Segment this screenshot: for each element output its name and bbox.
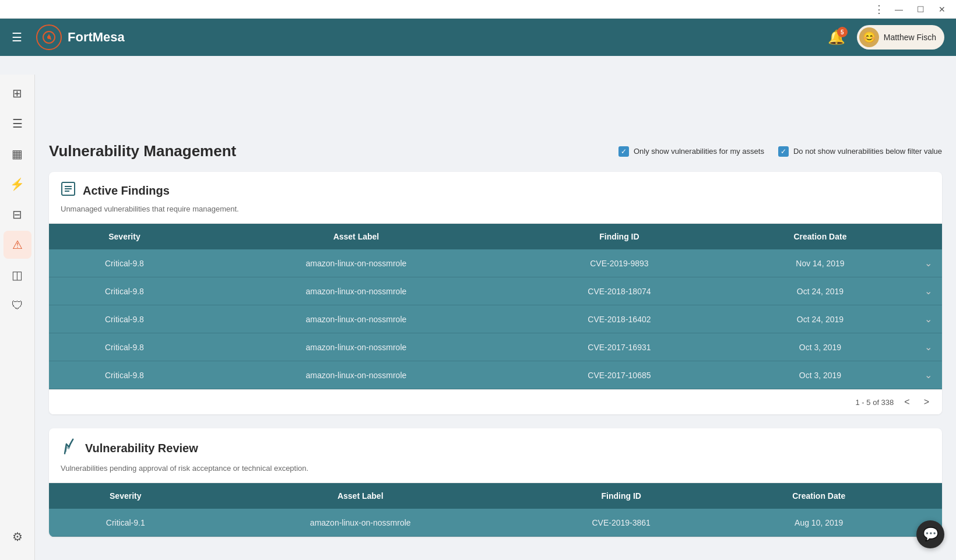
sidebar-item-table[interactable]: ▦ <box>3 140 31 168</box>
cell-finding-id: CVE-2017-16931 <box>512 333 726 361</box>
expand-button[interactable]: ⌄ <box>925 341 932 353</box>
table-row[interactable]: Critical-9.8 amazon-linux-on-nossmrole C… <box>49 249 942 277</box>
user-avatar: 😊 <box>859 27 879 47</box>
notification-badge: 5 <box>837 27 848 37</box>
col-asset-label: Asset Label <box>200 224 512 249</box>
cell-finding-id: CVE-2018-16402 <box>512 305 726 333</box>
vuln-review-body: Critical-9.1 amazon-linux-on-nossmrole C… <box>49 509 942 537</box>
filter-option-1[interactable]: ✓ Only show vulnerabilities for my asset… <box>618 146 764 157</box>
prev-page-button[interactable]: < <box>901 396 913 408</box>
svg-point-1 <box>48 36 50 38</box>
expand-button[interactable]: ⌄ <box>925 286 932 297</box>
vuln-review-title-row: Vulnerability Review <box>61 438 930 459</box>
col-expand <box>914 224 942 249</box>
vr-col-creation-date: Creation Date <box>723 483 914 509</box>
table-row[interactable]: Critical-9.1 amazon-linux-on-nossmrole C… <box>49 509 942 537</box>
logo-area: FortMesa <box>36 24 818 50</box>
main-content: Vulnerability Management ✓ Only show vul… <box>35 131 956 560</box>
cell-expand[interactable]: ⌄ <box>914 305 942 333</box>
cell-expand[interactable]: ⌄ <box>914 333 942 361</box>
active-findings-subtitle: Unmanaged vulnerabilities that require m… <box>61 205 239 213</box>
nav-right: 🔔 5 😊 Matthew Fisch <box>828 25 944 50</box>
sidebar-item-bolt[interactable]: ⚡ <box>3 170 31 198</box>
active-findings-section: Active Findings Unmanaged vulnerabilitie… <box>49 172 942 414</box>
hamburger-icon[interactable]: ☰ <box>12 30 22 44</box>
sidebar-item-gear[interactable]: ⚙ <box>3 523 31 551</box>
filter1-checkbox[interactable]: ✓ <box>618 146 629 157</box>
cell-expand[interactable]: ⌄ <box>914 249 942 277</box>
active-findings-table: Severity Asset Label Finding ID Creation… <box>49 224 942 389</box>
vr-col-expand <box>914 483 942 509</box>
filter-options: ✓ Only show vulnerabilities for my asset… <box>618 146 942 157</box>
cell-finding-id: CVE-2019-9893 <box>512 249 726 277</box>
cell-creation-date: Oct 3, 2019 <box>726 361 914 389</box>
vuln-review-table: Severity Asset Label Finding ID Creation… <box>49 483 942 537</box>
cell-severity: Critical-9.8 <box>49 305 200 333</box>
user-pill[interactable]: 😊 Matthew Fisch <box>857 25 944 50</box>
filter2-checkbox[interactable]: ✓ <box>778 146 789 157</box>
col-creation-date: Creation Date <box>726 224 914 249</box>
logo-icon <box>36 24 62 50</box>
cell-asset-label: amazon-linux-on-nossmrole <box>202 509 519 537</box>
page-header: Vulnerability Management ✓ Only show vul… <box>49 142 942 160</box>
app-shell: ⊞ ☰ ▦ ⚡ ⊟ ⚠ ◫ 🛡 ⚙ Vulnerability Manageme… <box>0 75 956 560</box>
vuln-review-header: Vulnerability Review Vulnerabilities pen… <box>49 428 942 483</box>
expand-button[interactable]: ⌄ <box>925 314 932 325</box>
vuln-review-icon <box>58 436 81 462</box>
vr-col-finding-id: Finding ID <box>519 483 723 509</box>
sidebar-item-dashboard[interactable]: ⊞ <box>3 79 31 107</box>
cell-severity: Critical-9.1 <box>49 509 202 537</box>
cell-severity: Critical-9.8 <box>49 249 200 277</box>
active-findings-title: Active Findings <box>83 184 170 198</box>
filter-option-2[interactable]: ✓ Do not show vulnerabilities below filt… <box>778 146 942 157</box>
cell-severity: Critical-9.8 <box>49 361 200 389</box>
cell-finding-id: CVE-2018-18074 <box>512 277 726 305</box>
vuln-review-thead: Severity Asset Label Finding ID Creation… <box>49 483 942 509</box>
cell-asset-label: amazon-linux-on-nossmrole <box>200 305 512 333</box>
next-page-button[interactable]: > <box>920 396 933 408</box>
cell-asset-label: amazon-linux-on-nossmrole <box>200 277 512 305</box>
sidebar-item-shield[interactable]: 🛡 <box>3 291 31 319</box>
table-row[interactable]: Critical-9.8 amazon-linux-on-nossmrole C… <box>49 277 942 305</box>
vuln-review-title: Vulnerability Review <box>85 442 198 455</box>
close-button[interactable]: ✕ <box>935 3 949 15</box>
maximize-button[interactable]: ☐ <box>913 3 928 15</box>
active-findings-header: Active Findings Unmanaged vulnerabilitie… <box>49 172 942 224</box>
active-findings-title-row: Active Findings <box>61 181 930 200</box>
cell-expand[interactable]: ⌄ <box>914 361 942 389</box>
vr-col-asset-label: Asset Label <box>202 483 519 509</box>
sidebar-item-layers[interactable]: ⊟ <box>3 200 31 228</box>
minimize-button[interactable]: — <box>891 3 906 15</box>
cell-severity: Critical-9.8 <box>49 333 200 361</box>
vr-col-severity: Severity <box>49 483 202 509</box>
cell-expand[interactable]: ⌄ <box>914 277 942 305</box>
page-title: Vulnerability Management <box>49 142 236 160</box>
expand-button[interactable]: ⌄ <box>925 369 932 381</box>
table-row[interactable]: Critical-9.8 amazon-linux-on-nossmrole C… <box>49 361 942 389</box>
top-nav: ☰ FortMesa 🔔 5 😊 Matthew Fisch <box>0 19 956 56</box>
cell-finding-id: CVE-2019-3861 <box>519 509 723 537</box>
user-name: Matthew Fisch <box>884 33 936 42</box>
vuln-review-header-row: Severity Asset Label Finding ID Creation… <box>49 483 942 509</box>
expand-button[interactable]: ⌄ <box>925 258 932 269</box>
pagination-row: 1 - 5 of 338 < > <box>49 389 942 414</box>
cell-severity: Critical-9.8 <box>49 277 200 305</box>
filter1-label: Only show vulnerabilities for my assets <box>634 147 764 156</box>
window-dots[interactable]: ⋮ <box>874 3 884 16</box>
table-row[interactable]: Critical-9.8 amazon-linux-on-nossmrole C… <box>49 333 942 361</box>
logo-text: FortMesa <box>68 30 125 45</box>
notification-button[interactable]: 🔔 5 <box>828 29 845 45</box>
filter2-label: Do not show vulnerabilities below filter… <box>793 147 942 156</box>
active-findings-header-row: Severity Asset Label Finding ID Creation… <box>49 224 942 249</box>
sidebar-item-alert[interactable]: ⚠ <box>3 231 31 259</box>
active-findings-thead: Severity Asset Label Finding ID Creation… <box>49 224 942 249</box>
cell-creation-date: Oct 24, 2019 <box>726 305 914 333</box>
sidebar-item-list[interactable]: ☰ <box>3 110 31 138</box>
cell-creation-date: Aug 10, 2019 <box>723 509 914 537</box>
cell-creation-date: Nov 14, 2019 <box>726 249 914 277</box>
cell-creation-date: Oct 24, 2019 <box>726 277 914 305</box>
chat-widget[interactable]: 💬 <box>916 520 944 548</box>
table-row[interactable]: Critical-9.8 amazon-linux-on-nossmrole C… <box>49 305 942 333</box>
sidebar-item-report[interactable]: ◫ <box>3 261 31 289</box>
vuln-review-section: Vulnerability Review Vulnerabilities pen… <box>49 428 942 537</box>
